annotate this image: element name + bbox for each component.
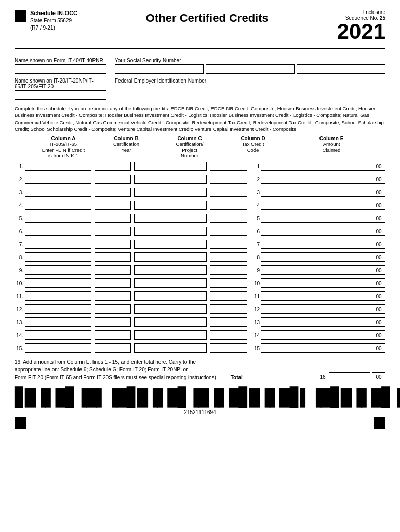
col-a-input-5[interactable] <box>25 214 91 223</box>
col-d-input-13[interactable] <box>210 317 247 327</box>
col-b-input-4[interactable] <box>95 201 131 210</box>
col-e-input-15[interactable] <box>261 343 372 353</box>
table-row: 14. 14 00 <box>15 329 385 341</box>
col-d-input-15[interactable] <box>210 343 247 353</box>
fein-label: Federal Employer Identification Number <box>115 78 385 84</box>
col-d-input-1[interactable] <box>210 162 247 171</box>
col-a-input-7[interactable] <box>25 240 91 249</box>
name-input-1[interactable] <box>15 64 106 74</box>
footer-square-left <box>15 417 26 429</box>
col-d-input-7[interactable] <box>210 240 247 249</box>
col-e-cell-2: 2 00 <box>250 175 385 184</box>
row-number: 9. <box>15 268 25 273</box>
col-b-input-1[interactable] <box>95 162 131 171</box>
col-b-input-9[interactable] <box>95 265 131 275</box>
row-16-line1: 16. Add amounts from Column E, lines 1 -… <box>15 358 316 366</box>
col-e-cents-9: 00 <box>372 265 385 275</box>
col-e-row-num: 7 <box>250 242 261 247</box>
col-a-input-8[interactable] <box>25 252 91 262</box>
ssn-field-2[interactable] <box>206 64 295 74</box>
row-number: 7. <box>15 242 25 247</box>
col-c-input-8[interactable] <box>134 252 207 262</box>
col-c-input-2[interactable] <box>134 175 207 184</box>
name-right-col: Your Social Security Number Federal Empl… <box>115 58 385 100</box>
col-a-input-11[interactable] <box>25 291 91 301</box>
name-input-2[interactable] <box>15 90 106 100</box>
col-d-input-3[interactable] <box>210 188 247 197</box>
col-b-input-8[interactable] <box>95 252 131 262</box>
col-d-input-9[interactable] <box>210 265 247 275</box>
col-a-input-3[interactable] <box>25 188 91 197</box>
main-title: Other Certified Credits <box>77 11 337 25</box>
col-d-input-8[interactable] <box>210 252 247 262</box>
col-b-input-3[interactable] <box>95 188 131 197</box>
col-d-input-5[interactable] <box>210 214 247 223</box>
col-c-input-12[interactable] <box>134 304 207 314</box>
row-number: 10. <box>15 281 25 286</box>
col-d-input-4[interactable] <box>210 201 247 210</box>
col-c-input-10[interactable] <box>134 278 207 288</box>
col-e-input-12[interactable] <box>261 304 372 314</box>
col-a-input-13[interactable] <box>25 317 91 327</box>
col-c-input-7[interactable] <box>134 240 207 249</box>
col-b-input-6[interactable] <box>95 227 131 236</box>
col-c-input-5[interactable] <box>134 214 207 223</box>
col-d-input-14[interactable] <box>210 330 247 340</box>
col-a-input-15[interactable] <box>25 343 91 353</box>
col-c-input-13[interactable] <box>134 317 207 327</box>
col-e-input-14[interactable] <box>261 330 372 340</box>
col-e-input-1[interactable] <box>261 162 372 171</box>
col-e-input-8[interactable] <box>261 252 372 262</box>
col-a-input-2[interactable] <box>25 175 91 184</box>
col-d-input-6[interactable] <box>210 227 247 236</box>
col-b-input-13[interactable] <box>95 317 131 327</box>
col-c-input-15[interactable] <box>134 343 207 353</box>
col-b-input-15[interactable] <box>95 343 131 353</box>
col-b-input-12[interactable] <box>95 304 131 314</box>
col-e-cell-15: 15 00 <box>250 343 385 353</box>
col-e-input-3[interactable] <box>261 188 372 197</box>
col-c-input-4[interactable] <box>134 201 207 210</box>
col-d-input-10[interactable] <box>210 278 247 288</box>
col-a-input-12[interactable] <box>25 304 91 314</box>
col-b-input-11[interactable] <box>95 291 131 301</box>
col-e-input-9[interactable] <box>261 265 372 275</box>
col-c-input-14[interactable] <box>134 330 207 340</box>
col-e-cell-5: 5 00 <box>250 214 385 223</box>
col-d-input-2[interactable] <box>210 175 247 184</box>
col-e-input-7[interactable] <box>261 240 372 249</box>
col-c-input-1[interactable] <box>134 162 207 171</box>
col-e-input-11[interactable] <box>261 291 372 301</box>
col-d-input-11[interactable] <box>210 291 247 301</box>
ssn-field-1[interactable] <box>115 64 204 74</box>
col-e-input-10[interactable] <box>261 278 372 288</box>
col-b-input-5[interactable] <box>95 214 131 223</box>
col-b-input-10[interactable] <box>95 278 131 288</box>
col-c-input-6[interactable] <box>134 227 207 236</box>
col-a-input-6[interactable] <box>25 227 91 236</box>
col-e-input-2[interactable] <box>261 175 372 184</box>
fein-input[interactable] <box>115 85 385 94</box>
col-a-input-4[interactable] <box>25 201 91 210</box>
col-e-input-13[interactable] <box>261 317 372 327</box>
col-e-input-4[interactable] <box>261 201 372 210</box>
col-a-input-9[interactable] <box>25 265 91 275</box>
col-c-input-3[interactable] <box>134 188 207 197</box>
col-a-input-10[interactable] <box>25 278 91 288</box>
table-row: 5. 5 00 <box>15 212 385 224</box>
col-e-input-6[interactable] <box>261 227 372 236</box>
col-c-input-9[interactable] <box>134 265 207 275</box>
col-a-input-1[interactable] <box>25 162 91 171</box>
col-b-input-2[interactable] <box>95 175 131 184</box>
col-b-input-14[interactable] <box>95 330 131 340</box>
col-e-header: Column E Amount Claimed <box>277 136 385 158</box>
col-e-cents-3: 00 <box>372 188 385 197</box>
col-d-input-12[interactable] <box>210 304 247 314</box>
col-e-input-5[interactable] <box>261 214 372 223</box>
col-b-input-7[interactable] <box>95 240 131 249</box>
ssn-field-3[interactable] <box>297 64 385 74</box>
row-number: 11. <box>15 294 25 299</box>
total-amount-input[interactable] <box>329 372 370 381</box>
col-c-input-11[interactable] <box>134 291 207 301</box>
col-a-input-14[interactable] <box>25 330 91 340</box>
